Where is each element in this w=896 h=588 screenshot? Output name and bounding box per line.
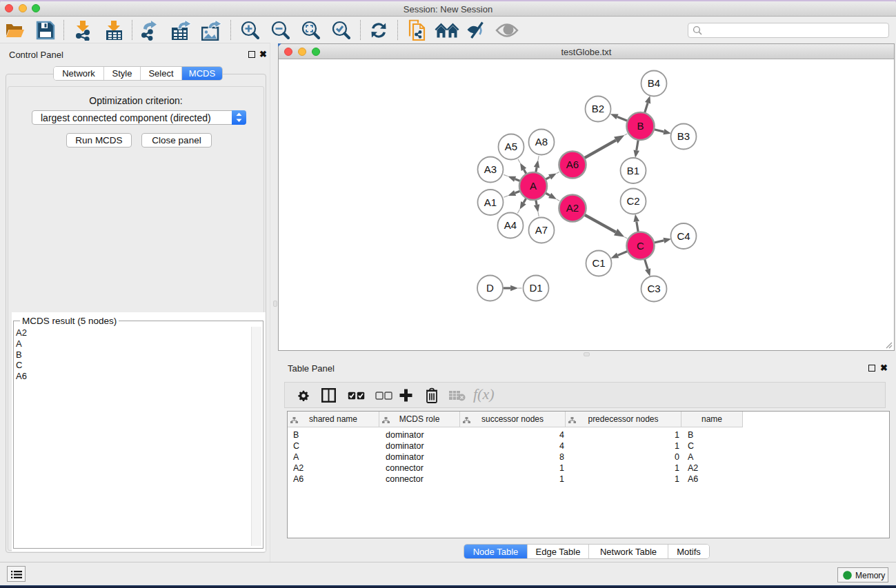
svg-text:C3: C3 [647,283,660,294]
svg-text:C4: C4 [677,230,690,242]
svg-text:A1: A1 [484,196,497,208]
svg-text:A: A [530,180,537,192]
svg-text:B1: B1 [627,165,639,176]
svg-text:C: C [637,240,644,252]
svg-text:A6: A6 [566,159,579,170]
svg-text:A5: A5 [505,141,517,152]
svg-text:B2: B2 [592,103,604,114]
svg-text:D: D [486,282,494,294]
svg-text:B: B [637,120,644,132]
svg-text:B3: B3 [677,130,690,142]
svg-text:D1: D1 [529,282,542,294]
svg-text:A8: A8 [535,136,548,148]
svg-text:A2: A2 [566,202,579,214]
svg-text:A3: A3 [484,163,497,175]
svg-text:C2: C2 [626,195,639,207]
svg-text:B4: B4 [648,77,660,89]
svg-text:A7: A7 [535,224,548,236]
svg-text:C1: C1 [592,257,605,269]
svg-text:A4: A4 [504,219,517,231]
